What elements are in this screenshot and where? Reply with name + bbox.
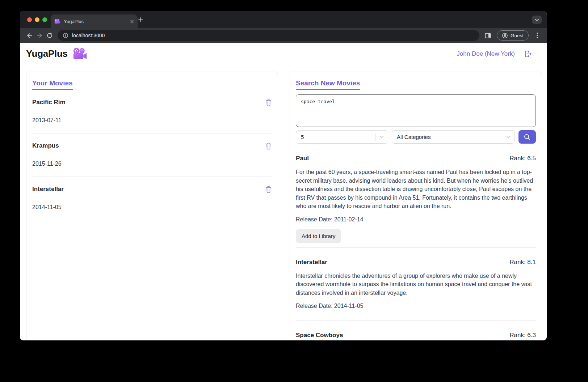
result-title: Interstellar: [296, 259, 327, 266]
library-movie-row: Krampus 2015-11: [32, 133, 272, 177]
result-release-date: Release Date: 2011-02-14: [296, 216, 536, 223]
browser-menu-button[interactable]: [532, 30, 542, 41]
search-result: Interstellar Rank: 8.1 Interstellar chro…: [296, 247, 536, 321]
trash-icon: [265, 99, 272, 106]
browser-tab[interactable]: YugaPlus: [51, 14, 138, 28]
browser-toolbar: localhost:3000 Guest: [20, 28, 547, 43]
forward-button[interactable]: [34, 30, 45, 41]
category-value: All Categories: [392, 134, 502, 140]
search-result: Space Cowboys Rank: 6.3 Frank Corvin, ‘H…: [296, 321, 536, 340]
movie-release-date: 2015-11-26: [32, 161, 272, 167]
search-heading: Search New Movies: [296, 79, 360, 90]
result-title: Paul: [296, 155, 309, 162]
browser-window: YugaPlus: [20, 11, 547, 340]
search-results-list: Paul Rank: 6.5 For the past 60 years, a …: [296, 144, 536, 340]
search-button[interactable]: [518, 130, 536, 144]
back-button[interactable]: [24, 30, 34, 41]
your-movies-heading: Your Movies: [32, 79, 73, 90]
your-movies-panel: Your Movies Pacific Rim: [26, 72, 278, 340]
movie-title: Krampus: [32, 142, 59, 149]
movie-release-date: 2013-07-11: [32, 117, 272, 124]
main-content: Your Movies Pacific Rim: [20, 65, 547, 340]
your-movies-list: Pacific Rim 201: [32, 90, 272, 220]
reload-button[interactable]: [45, 30, 55, 41]
tab-close-icon[interactable]: [130, 20, 134, 24]
delete-movie-button[interactable]: [265, 142, 272, 150]
movie-title: Pacific Rim: [32, 99, 66, 106]
result-release-date: Release Date: 2014-11-05: [296, 303, 536, 309]
result-description: Interstellar chronicles the adventures o…: [296, 272, 536, 297]
result-limit-select[interactable]: 5: [296, 130, 388, 144]
trash-icon: [265, 142, 272, 150]
search-result: Paul Rank: 6.5 For the past 60 years, a …: [296, 144, 536, 247]
magnifier-icon: [523, 133, 531, 141]
movie-release-date: 2014-11-05: [32, 204, 272, 211]
add-to-library-button[interactable]: Add to Library: [296, 229, 341, 243]
traffic-lights: [27, 17, 47, 22]
url-text[interactable]: localhost:3000: [72, 33, 105, 38]
search-query-input[interactable]: space travel: [296, 94, 536, 127]
user-profile-link[interactable]: John Doe (New York): [457, 50, 515, 58]
library-movie-row: Pacific Rim 201: [32, 90, 272, 133]
side-panel-icon[interactable]: [483, 30, 493, 41]
profile-button[interactable]: Guest: [497, 30, 529, 41]
close-window-button[interactable]: [27, 17, 32, 22]
site-header: YugaPlus John Doe (New Yo: [20, 43, 547, 65]
trash-icon: [265, 186, 272, 193]
result-rank: Rank: 6.5: [509, 155, 536, 162]
chevron-down-icon: [375, 136, 388, 139]
delete-movie-button[interactable]: [265, 186, 272, 193]
person-circle-icon: [502, 33, 508, 39]
result-rank: Rank: 8.1: [509, 259, 536, 266]
result-limit-value: 5: [296, 134, 375, 140]
logout-icon[interactable]: [524, 50, 532, 58]
library-movie-row: Interstellar 20: [32, 177, 272, 220]
result-rank: Rank: 6.3: [509, 332, 536, 339]
new-tab-button[interactable]: [136, 16, 144, 24]
info-circle-icon[interactable]: [63, 33, 68, 38]
tab-search-chevron-button[interactable]: [532, 16, 542, 24]
profile-label: Guest: [511, 33, 524, 38]
result-description: For the past 60 years, a space-traveling…: [296, 168, 536, 211]
search-panel: Search New Movies space travel 5 All Cat…: [290, 72, 542, 340]
search-controls: 5 All Categories: [296, 130, 536, 144]
category-select[interactable]: All Categories: [392, 130, 515, 144]
zoom-window-button[interactable]: [42, 17, 47, 22]
movie-camera-favicon-icon: [54, 19, 60, 24]
movie-camera-logo-icon: [73, 48, 87, 60]
minimize-window-button[interactable]: [35, 17, 39, 22]
address-bar[interactable]: localhost:3000: [58, 30, 479, 41]
result-title: Space Cowboys: [296, 332, 343, 339]
tab-title: YugaPlus: [64, 19, 130, 24]
brand-title: YugaPlus: [26, 48, 68, 59]
yugaplus-page: YugaPlus John Doe (New Yo: [20, 43, 547, 340]
movie-title: Interstellar: [32, 186, 64, 193]
delete-movie-button[interactable]: [265, 99, 272, 106]
chevron-down-icon: [502, 136, 514, 139]
tab-strip: YugaPlus: [20, 11, 547, 28]
